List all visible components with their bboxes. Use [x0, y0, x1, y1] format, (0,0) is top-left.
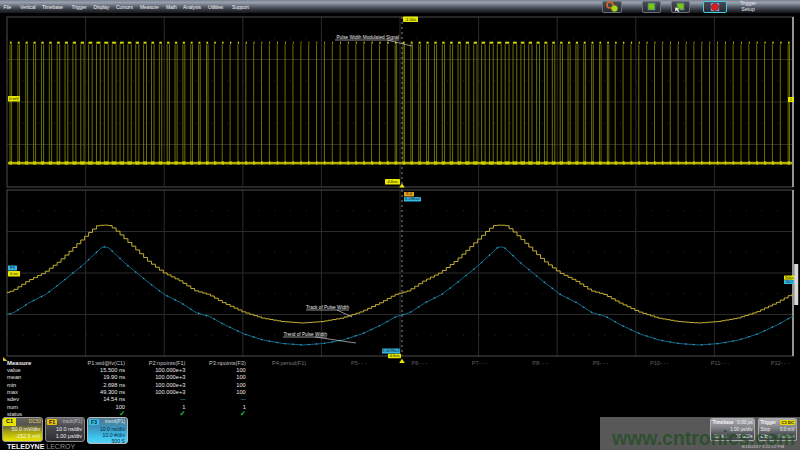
svg-text:Track of Pulse Width: Track of Pulse Width [306, 305, 349, 310]
svg-text:Pulse Width Modulated Signal: Pulse Width Modulated Signal [336, 35, 399, 40]
svg-text:-1.00s: -1.00s [405, 17, 417, 22]
svg-text:8.096e2: 8.096e2 [405, 196, 421, 201]
svg-text:0 ns: 0 ns [10, 271, 18, 276]
svg-text:50#: 50# [786, 279, 794, 284]
svg-text:0 mV: 0 mV [9, 96, 19, 101]
svg-text:4.6ns: 4.6ns [387, 179, 397, 184]
svg-text:Trend of Pulse Width: Trend of Pulse Width [283, 332, 327, 337]
svg-text:F3: F3 [10, 265, 16, 270]
svg-text:4.6ns: 4.6ns [389, 353, 399, 358]
